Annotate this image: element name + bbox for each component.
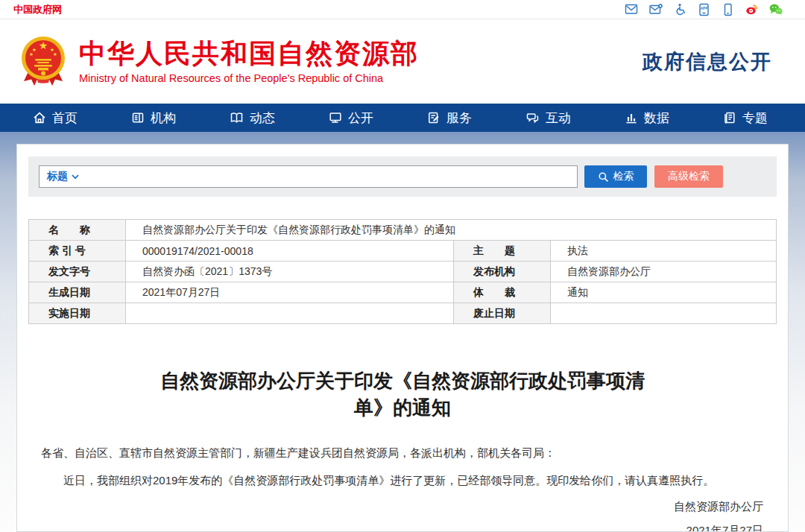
nav-label: 动态 (250, 110, 275, 127)
accessibility-icon[interactable] (674, 3, 686, 16)
nav-item-service[interactable]: 服务 (427, 110, 472, 127)
meta-label-index: 索 引 号 (29, 241, 126, 262)
table-row: 生成日期 2021年07月27日 体 裁 通知 (29, 282, 777, 303)
service-icon (427, 111, 441, 124)
chevron-down-icon (72, 174, 79, 180)
weibo-icon[interactable] (745, 3, 758, 16)
svg-text:★: ★ (39, 39, 48, 51)
topbar-icons: APP (625, 3, 792, 16)
news-icon (230, 111, 244, 124)
document-meta-table: 名 称 自然资源部办公厅关于印发《自然资源部行政处罚事项清单》的通知 索 引 号… (28, 219, 777, 324)
meta-value-doc-number: 自然资办函〔2021〕1373号 (126, 262, 454, 282)
nav-label: 互动 (546, 110, 571, 127)
meta-value-topic: 执法 (551, 241, 777, 262)
meta-label-effective-date: 实施日期 (29, 303, 126, 324)
special-icon (723, 111, 736, 124)
masthead: ★ ★ ★ ★ ★ 中华人民共和国自然资源部 Ministry of Natur… (0, 19, 805, 104)
nav-item-home[interactable]: 首页 (33, 110, 78, 127)
national-emblem-logo: ★ ★ ★ ★ ★ (19, 36, 67, 88)
nav-label: 专题 (742, 110, 768, 127)
meta-value-name: 自然资源部办公厅关于印发《自然资源部行政处罚事项清单》的通知 (126, 220, 777, 241)
meta-value-repeal-date (551, 303, 777, 324)
wechat-icon[interactable] (769, 3, 783, 16)
meta-value-index: 000019174/2021-00018 (126, 241, 454, 262)
meta-label-issuer: 发布机构 (454, 262, 551, 282)
article-body-paragraph: 近日，我部组织对2019年发布的《自然资源部行政处罚事项清单》进行了更新，已经部… (28, 470, 777, 490)
meta-label-genre: 体 裁 (454, 282, 551, 303)
nav-item-special[interactable]: 专题 (723, 110, 768, 127)
article-date: 2021年7月27日 (28, 524, 777, 532)
content-background: 标题 检索 高级检索 名 称 自然资源部办公厅关于印发《自然资源部行政处罚事项清… (0, 132, 805, 532)
table-row: 发文字号 自然资办函〔2021〕1373号 发布机构 自然资源部办公厅 (29, 262, 777, 282)
meta-label-name: 名 称 (29, 220, 126, 241)
search-field-selector-label: 标题 (47, 170, 68, 183)
main-nav: 首页 机构 动态 公开 服务 互动 (0, 104, 805, 132)
article-title: 自然资源部办公厅关于印发《自然资源部行政处罚事项清单》的通知 (157, 367, 648, 422)
mail-subscribe-icon[interactable] (649, 3, 663, 16)
search-input-box: 标题 (39, 165, 578, 188)
site-title-en: Ministry of Natural Resources of the Peo… (79, 72, 419, 84)
nav-item-news[interactable]: 动态 (230, 110, 275, 127)
table-row: 实施日期 废止日期 (29, 303, 777, 324)
nav-item-disclosure[interactable]: 公开 (329, 110, 373, 127)
nav-label: 首页 (52, 110, 78, 127)
gov-info-disclosure-link[interactable]: 政府信息公开 (643, 48, 792, 75)
gov-site-link[interactable]: 中国政府网 (13, 3, 62, 16)
meta-value-effective-date (126, 303, 454, 324)
meta-label-created-date: 生成日期 (29, 282, 126, 303)
meta-label-repeal-date: 废止日期 (454, 303, 551, 324)
nav-label: 机构 (151, 110, 176, 127)
article-salutation: 各省、自治区、直辖市自然资源主管部门，新疆生产建设兵团自然资源局，各派出机构，部… (28, 443, 777, 463)
nav-label: 服务 (446, 110, 472, 127)
table-row: 索 引 号 000019174/2021-00018 主 题 执法 (29, 241, 777, 262)
article: 自然资源部办公厅关于印发《自然资源部行政处罚事项清单》的通知 各省、自治区、直辖… (28, 367, 777, 532)
mobile-icon[interactable] (722, 3, 734, 16)
article-signature: 自然资源部办公厅 (28, 500, 777, 514)
content-panel: 标题 检索 高级检索 名 称 自然资源部办公厅关于印发《自然资源部行政处罚事项清… (16, 144, 789, 532)
nav-label: 数据 (644, 110, 669, 127)
nav-label: 公开 (348, 110, 373, 127)
advanced-search-button[interactable]: 高级检索 (654, 165, 723, 188)
org-icon (131, 111, 145, 124)
meta-value-genre: 通知 (551, 282, 777, 303)
home-icon (33, 111, 46, 124)
search-field-selector[interactable]: 标题 (47, 170, 79, 183)
meta-value-issuer: 自然资源部办公厅 (551, 262, 777, 282)
app-icon[interactable]: APP (698, 3, 710, 16)
search-button-label: 检索 (613, 170, 634, 183)
meta-label-topic: 主 题 (454, 241, 551, 262)
meta-value-created-date: 2021年07月27日 (126, 282, 454, 303)
search-button[interactable]: 检索 (584, 165, 647, 188)
interact-icon (525, 111, 540, 124)
nav-item-interact[interactable]: 互动 (525, 110, 571, 127)
data-icon (625, 111, 638, 124)
nav-item-data[interactable]: 数据 (625, 110, 669, 127)
svg-text:APP: APP (701, 6, 707, 10)
search-icon (598, 171, 609, 183)
table-row: 名 称 自然资源部办公厅关于印发《自然资源部行政处罚事项清单》的通知 (29, 220, 777, 241)
search-input[interactable] (79, 166, 569, 187)
svg-text:★: ★ (53, 51, 57, 57)
mail-icon[interactable] (625, 3, 638, 16)
topbar: 中国政府网 APP (0, 0, 805, 19)
svg-text:★: ★ (29, 51, 34, 57)
meta-label-doc-number: 发文字号 (29, 262, 126, 282)
nav-item-org[interactable]: 机构 (131, 110, 176, 127)
site-title-cn: 中华人民共和国自然资源部 (79, 39, 419, 69)
disclosure-icon (329, 111, 342, 124)
site-titles: 中华人民共和国自然资源部 Ministry of Natural Resourc… (79, 39, 419, 84)
search-bar: 标题 检索 高级检索 (28, 156, 777, 197)
